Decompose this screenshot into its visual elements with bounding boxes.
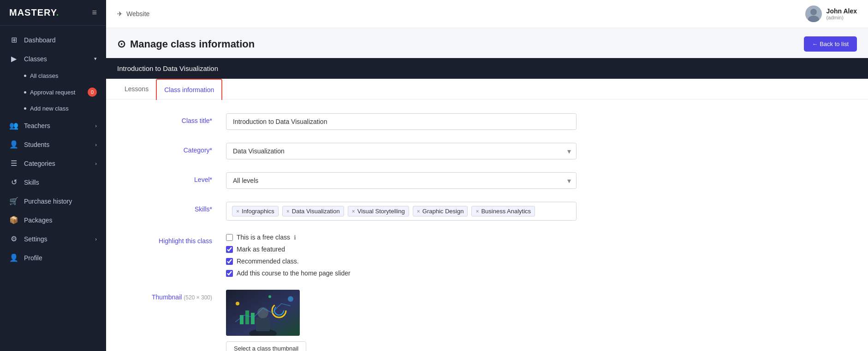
skills-container: × Infographics × Data Visualization × Vi… [226,202,577,221]
category-row: Category* Data Visualization [134,143,840,159]
sidebar-item-purchase-history[interactable]: 🛒 Purchase history [0,192,106,211]
sidebar-item-add-new-class[interactable]: Add new class [0,101,106,116]
svg-rect-5 [256,317,270,331]
thumbnail-area: Select a class thumbnail [226,290,577,351]
sidebar-sub-label: Approval request [30,89,75,96]
tab-class-information[interactable]: Class information [156,79,222,100]
sidebar-item-label: Categories [24,160,55,167]
sidebar-item-students[interactable]: 👤 Students › [0,135,106,154]
categories-icon: ☰ [9,159,18,168]
checkbox-row-recommended: Recommended class. [226,257,577,265]
highlight-control: This is a free class ℹ Mark as featured … [226,234,577,277]
thumbnail-label: Thumbnail (520 × 300) [134,290,226,301]
classes-icon: ▶ [9,54,18,63]
category-select-wrapper: Data Visualization [226,143,577,159]
skills-label: Skills* [134,202,226,213]
free-class-checkbox[interactable] [226,234,233,241]
dot-icon [24,107,26,110]
thumbnail-row: Thumbnail (520 × 300) [134,290,840,351]
sidebar-item-label: Packages [24,216,52,224]
dashboard-icon: ⊞ [9,35,18,44]
select-thumbnail-button[interactable]: Select a class thumbnail [226,341,306,351]
home-slider-checkbox[interactable] [226,270,233,277]
recommended-checkbox[interactable] [226,258,233,265]
info-icon[interactable]: ℹ [294,234,296,241]
class-title-input[interactable] [226,113,577,130]
sidebar-item-packages[interactable]: 📦 Packages [0,211,106,229]
highlight-section: This is a free class ℹ Mark as featured … [226,234,577,277]
sidebar-item-settings[interactable]: ⚙ Settings › [0,229,106,248]
remove-skill-icon[interactable]: × [286,208,290,215]
tabs: Lessons Class information [106,79,868,99]
category-select[interactable]: Data Visualization [226,143,577,159]
level-select[interactable]: All levels [226,172,577,189]
svg-point-1 [810,9,817,15]
sidebar-sub-label: Add new class [30,105,69,112]
page-header: ⊙ Manage class information ← Back to lis… [106,28,868,58]
remove-skill-icon[interactable]: × [352,208,355,215]
class-title-control [226,113,577,130]
svg-point-13 [288,296,293,302]
thumbnail-control: Select a class thumbnail [226,290,577,351]
sidebar-item-approval-request[interactable]: Approval request 0 [0,83,106,101]
skill-label: Business Analytics [481,208,531,215]
back-to-list-button[interactable]: ← Back to list [804,36,857,52]
chevron-right-icon: › [95,123,97,129]
chevron-right-icon: › [95,161,97,166]
svg-rect-9 [251,313,255,324]
svg-point-12 [236,302,239,305]
sidebar-item-label: Classes [24,55,47,63]
sidebar-item-dashboard[interactable]: ⊞ Dashboard [0,30,106,49]
skill-tag-infographics: × Infographics [232,206,279,216]
approval-badge: 0 [88,88,97,97]
checkbox-row-home-slider: Add this course to the home page slider [226,269,577,277]
page-title: ⊙ Manage class information [117,38,255,50]
free-class-label: This is a free class [237,234,290,241]
category-label: Category* [134,143,226,154]
class-title-label: Class title* [134,113,226,124]
hamburger-icon[interactable]: ≡ [92,8,97,18]
skill-label: Infographics [242,208,274,215]
mark-featured-checkbox[interactable] [226,246,233,253]
top-bar: ✈ Website John Alex (admin) [106,0,868,28]
avatar-svg [805,6,822,22]
main-content: ✈ Website John Alex (admin) ⊙ Manage cla… [106,0,868,351]
sidebar-item-label: Skills [24,179,39,186]
skill-label: Graphic Design [422,208,464,215]
level-label: Level* [134,172,226,183]
sidebar-item-categories[interactable]: ☰ Categories › [0,154,106,173]
thumbnail-image [226,290,300,336]
class-title-row: Class title* [134,113,840,130]
highlight-label: Highlight this class [134,234,226,245]
avatar [805,6,822,22]
teachers-icon: 👥 [9,121,18,130]
sidebar-item-teachers[interactable]: 👥 Teachers › [0,116,106,135]
sidebar-item-all-classes[interactable]: All classes [0,68,106,83]
remove-skill-icon[interactable]: × [236,208,239,215]
sidebar-item-label: Purchase history [24,198,72,205]
sidebar-item-profile[interactable]: 👤 Profile [0,248,106,267]
page-title-text: Manage class information [130,38,255,50]
sidebar-item-label: Settings [24,235,48,243]
recommended-label: Recommended class. [237,257,299,265]
sidebar-item-skills[interactable]: ↺ Skills [0,173,106,192]
sidebar-sub-label: All classes [30,72,58,79]
top-bar-left: ✈ Website [117,10,149,18]
class-card-header: Introduction to Data Visualization [106,58,868,79]
remove-skill-icon[interactable]: × [417,208,420,215]
skill-tag-graphic-design: × Graphic Design [413,206,468,216]
sidebar-item-label: Teachers [24,122,50,129]
svg-rect-8 [245,310,249,324]
remove-skill-icon[interactable]: × [476,208,479,215]
sidebar-nav: ⊞ Dashboard ▶ Classes ▾ All classes Appr… [0,26,106,351]
form-area: Class title* Category* Data Visualizatio… [106,99,868,351]
highlight-row: Highlight this class This is a free clas… [134,234,840,277]
sidebar-item-classes[interactable]: ▶ Classes ▾ [0,49,106,68]
mark-featured-label: Mark as featured [237,246,285,253]
content-area: Introduction to Data Visualization Lesso… [106,58,868,351]
website-link[interactable]: Website [126,10,149,18]
svg-point-6 [257,307,268,318]
class-name: Introduction to Data Visualization [117,64,218,72]
paper-plane-icon: ✈ [117,10,123,18]
tab-lessons[interactable]: Lessons [117,79,156,99]
